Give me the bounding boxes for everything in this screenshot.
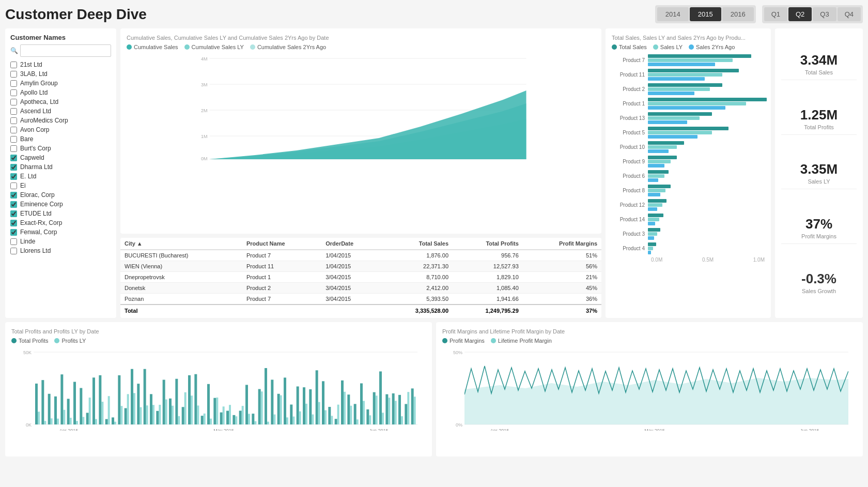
profit-bar: [309, 389, 312, 424]
profit-ly-bar: [178, 416, 180, 424]
q1-button[interactable]: Q1: [764, 7, 787, 21]
bar-label: Product 6: [612, 173, 648, 179]
table-row[interactable]: Dnepropetrovsk Product 1 3/04/2015 8,710…: [120, 272, 601, 283]
table-row[interactable]: Poznan Product 7 3/04/2015 5,393.50 1,94…: [120, 294, 601, 305]
customer-checkbox[interactable]: [10, 89, 17, 96]
customer-item[interactable]: 21st Ltd: [10, 60, 111, 69]
bar-row: Product 3: [612, 228, 765, 240]
col-margin[interactable]: Profit Margins: [523, 238, 601, 250]
customer-item[interactable]: Bare: [10, 134, 111, 144]
customer-checkbox[interactable]: [10, 155, 17, 161]
customer-checkbox[interactable]: [10, 182, 17, 189]
q4-button[interactable]: Q4: [838, 7, 861, 21]
customer-item[interactable]: Llorens Ltd: [10, 246, 111, 255]
legend-dot-profits: [11, 338, 17, 343]
customer-checkbox[interactable]: [10, 145, 17, 152]
bar-label: Product 14: [612, 217, 648, 222]
col-date[interactable]: OrderDate: [321, 238, 382, 250]
customer-item[interactable]: Eminence Corp: [10, 200, 111, 209]
year-2016-button[interactable]: 2016: [722, 7, 754, 21]
cell-date: 1/04/2015: [321, 261, 382, 272]
cumulative-chart-panel: Cumulative Sales, Cumulative Sales LY an…: [120, 28, 601, 234]
profit-bar: [105, 419, 108, 424]
year-2014-button[interactable]: 2014: [657, 7, 689, 21]
cell-city: BUCURESTI (Bucharest): [120, 250, 242, 261]
customer-item[interactable]: AuroMedics Corp: [10, 116, 111, 125]
customer-checkbox[interactable]: [10, 136, 17, 143]
customer-checkbox[interactable]: [10, 71, 17, 78]
customer-checkbox[interactable]: [10, 248, 17, 254]
table-row[interactable]: BUCURESTI (Bucharest) Product 7 1/04/201…: [120, 250, 601, 261]
customer-name: AuroMedics Corp: [20, 117, 68, 124]
customer-checkbox[interactable]: [10, 164, 17, 171]
profits-chart-svg: 50K 0K Apr 2015 May 2015 Jun 2015: [11, 348, 426, 431]
customer-item[interactable]: Ei: [10, 181, 111, 190]
bar-row: Product 4: [612, 242, 765, 254]
cell-product: Product 7: [242, 294, 321, 305]
profit-bar: [54, 397, 57, 424]
col-profits[interactable]: Total Profits: [453, 238, 523, 250]
q3-button[interactable]: Q3: [813, 7, 836, 21]
customer-item[interactable]: Avon Corp: [10, 125, 111, 134]
cumulative-chart-title: Cumulative Sales, Cumulative Sales LY an…: [127, 35, 595, 41]
customer-item[interactable]: Linde: [10, 237, 111, 246]
margin-legend: Profit Margins Lifetime Profit Margin: [442, 338, 857, 344]
profit-bar: [99, 375, 101, 424]
profit-bar: [137, 384, 140, 424]
customer-item[interactable]: 3LAB, Ltd: [10, 69, 111, 79]
customer-checkbox[interactable]: [10, 210, 17, 217]
customer-item[interactable]: Apollo Ltd: [10, 88, 111, 97]
customer-item[interactable]: Apotheca, Ltd: [10, 97, 111, 106]
customer-checkbox[interactable]: [10, 229, 17, 236]
customer-checkbox[interactable]: [10, 108, 17, 115]
customer-checkbox[interactable]: [10, 201, 17, 208]
table-row[interactable]: WIEN (Vienna) Product 11 1/04/2015 22,37…: [120, 261, 601, 272]
customer-item[interactable]: Dharma Ltd: [10, 162, 111, 172]
cell-sales: 1,876.00: [382, 250, 453, 261]
cumulative-chart-svg: 4M 3M 2M 1M 0M: [127, 54, 595, 163]
profit-ly-bar: [363, 401, 365, 424]
customer-name: Llorens Ltd: [20, 247, 51, 254]
profit-ly-bar: [312, 415, 314, 424]
customer-item[interactable]: Exact-Rx, Corp: [10, 218, 111, 227]
customer-checkbox[interactable]: [10, 99, 17, 105]
legend-total-profits: Total Profits: [11, 338, 48, 344]
customer-item[interactable]: Elorac, Corp: [10, 190, 111, 200]
customer-item[interactable]: E. Ltd: [10, 172, 111, 181]
col-sales[interactable]: Total Sales: [382, 238, 453, 250]
customer-checkbox[interactable]: [10, 127, 17, 133]
customer-item[interactable]: Fenwal, Corp: [10, 227, 111, 237]
bar-group: [648, 156, 765, 168]
customer-item[interactable]: Ascend Ltd: [10, 106, 111, 116]
profit-ly-bar: [292, 417, 295, 424]
bar-row: Product 5: [612, 127, 765, 139]
col-product[interactable]: Product Name: [242, 238, 321, 250]
customer-item[interactable]: Capweld: [10, 153, 111, 162]
customer-item[interactable]: Amylin Group: [10, 79, 111, 88]
bar-group: [648, 228, 765, 240]
profit-bar: [284, 377, 286, 424]
col-city[interactable]: City ▲: [120, 238, 242, 250]
customer-checkbox[interactable]: [10, 192, 17, 199]
profit-bar: [188, 375, 191, 424]
year-2015-button[interactable]: 2015: [690, 7, 721, 21]
table-wrapper[interactable]: City ▲ Product Name OrderDate Total Sale…: [120, 238, 601, 318]
profit-ly-bar: [127, 394, 129, 424]
customer-item[interactable]: ETUDE Ltd: [10, 209, 111, 218]
customer-checkbox[interactable]: [10, 62, 17, 68]
customer-checkbox[interactable]: [10, 220, 17, 226]
bar: [648, 207, 657, 211]
customer-name: 21st Ltd: [20, 61, 42, 68]
customer-search-input[interactable]: [20, 44, 111, 57]
q2-button[interactable]: Q2: [788, 7, 812, 21]
customer-checkbox[interactable]: [10, 80, 17, 87]
profit-ly-bar: [248, 414, 250, 424]
customer-item[interactable]: Burt's Corp: [10, 144, 111, 153]
customer-checkbox[interactable]: [10, 117, 17, 124]
customer-checkbox[interactable]: [10, 238, 17, 245]
profit-ly-bar: [318, 402, 320, 424]
profit-bar: [354, 404, 357, 424]
customer-checkbox[interactable]: [10, 173, 17, 180]
svg-text:Apr 2015: Apr 2015: [490, 428, 509, 431]
table-row[interactable]: Donetsk Product 2 3/04/2015 2,412.00 1,0…: [120, 283, 601, 294]
